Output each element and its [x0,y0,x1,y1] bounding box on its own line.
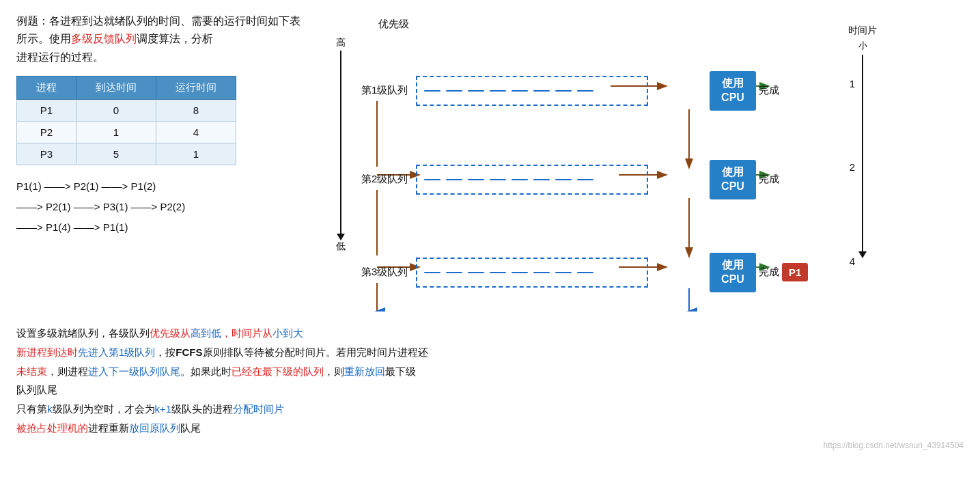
cpu-box-2: 使用CPU [710,160,756,199]
queue-row-2: 第2级队列 使用CPU 完成 [361,160,779,199]
queue2-label: 第2级队列 [361,173,408,186]
bottom-line5: 只有第k级队列为空时，才会为k+1级队头的进程分配时间片 [16,400,964,419]
bottom-line4: 队列队尾 [16,380,964,400]
table-cell: 8 [156,100,236,122]
schedule-steps: P1(1) ——> P2(1) ——> P1(2) ——> P2(1) ——> … [16,176,303,238]
intro-paragraph: 例题：各进程到达就绪队列的时间、需要的运行时间如下表所示。使用多级反馈队列调度算… [16,12,303,66]
queue3-box [416,258,648,288]
queue1-label: 第1级队列 [361,84,408,97]
done-label-2: 完成 [759,173,779,186]
col-runtime: 运行时间 [156,77,236,100]
high-label: 高 [336,37,346,49]
cpu-box-3: 使用CPU [710,253,756,292]
timeslice-title: 时间片 [848,25,877,37]
ts-num-4: 4 [850,255,855,267]
done-label-3: 完成 [759,266,779,279]
bottom-line3: 未结束，则进程进入下一级队列队尾。如果此时已经在最下级的队列，则重新放回最下级 [16,362,964,381]
table-cell: 1 [76,122,156,143]
queue1-box [416,76,648,106]
col-arrival: 到达时间 [76,77,156,100]
bottom-text: 设置多级就绪队列，各级队列优先级从高到低，时间片从小到大 新进程到达时先进入第1… [16,324,964,438]
bottom-line1: 设置多级就绪队列，各级队列优先级从高到低，时间片从小到大 [16,324,964,343]
table-cell: 1 [156,143,236,165]
ts-num-2: 2 [850,161,855,173]
intro-highlight1: 多级反馈队列 [71,33,137,44]
table-cell: P1 [17,100,76,122]
queue3-dots [417,272,600,273]
watermark: https://blog.csdn.net/wsnun_43914504 [16,441,964,450]
table-cell: P3 [17,143,76,165]
queue1-dots [417,90,600,92]
priority-title: 优先级 [378,18,409,31]
timeslice-axis: 时间片 小 [848,25,877,253]
queue2-box [416,165,648,195]
queue3-label: 第3级队列 [361,266,408,279]
queue-row-3: 第3级队列 使用CPU 完成 P1 [361,253,808,292]
small-label: 小 [858,40,867,52]
right-diagram: 优先级 高 低 时间片 小 1 2 4 [324,12,964,311]
col-process: 进程 [17,77,76,100]
table-cell: P2 [17,122,76,143]
table-cell: 0 [76,100,156,122]
intro-text3: 进程运行的过程。 [16,51,104,63]
bottom-line6: 被抢占处理机的进程重新放回原队列队尾 [16,419,964,438]
queue2-dots [417,179,600,180]
table-cell: 4 [156,122,236,143]
ts-num-1: 1 [850,78,855,89]
p1-badge: P1 [782,263,808,281]
table-cell: 5 [76,143,156,165]
step3: ——> P1(4) ——> P1(1) [16,217,303,238]
low-label: 低 [336,240,346,253]
process-table: 进程 到达时间 运行时间 P108P214P351 [16,76,236,165]
cpu-box-1: 使用CPU [710,71,756,111]
queue-row-1: 第1级队列 使用CPU 完成 [361,71,779,111]
intro-text2: 调度算法，分析 [137,33,213,44]
step2: ——> P2(1) ——> P3(1) ——> P2(2) [16,197,303,217]
step1: P1(1) ——> P2(1) ——> P1(2) [16,176,303,197]
diagram-container: 优先级 高 低 时间片 小 1 2 4 [324,18,884,311]
timeslice-vert-arrow [862,55,863,253]
priority-vert-arrow [340,51,341,235]
done-label-1: 完成 [759,84,779,97]
priority-axis: 高 低 [336,37,346,253]
bottom-line2: 新进程到达时先进入第1级队列，按FCFS原则排队等待被分配时间片。若用完时间片进… [16,343,964,362]
